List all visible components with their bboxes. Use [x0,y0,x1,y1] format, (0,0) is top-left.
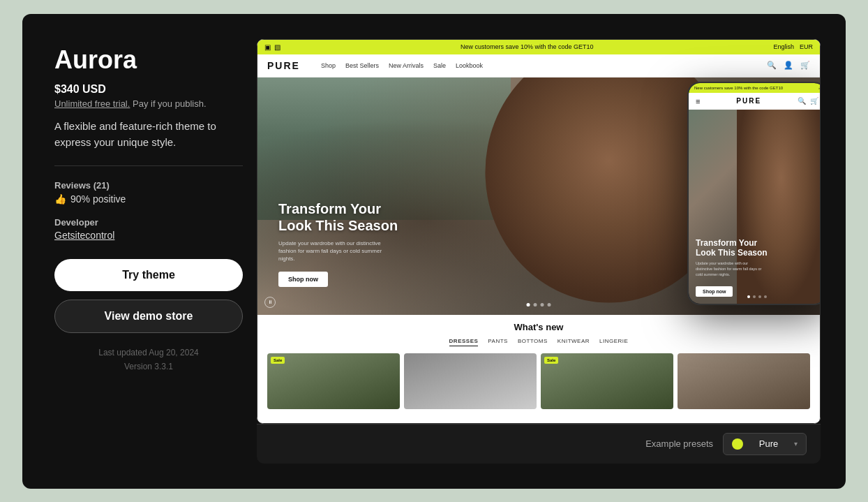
account-icon[interactable]: 👤 [784,61,793,70]
cat-knitwear[interactable]: KNITWEAR [558,338,590,346]
mobile-search-icon[interactable]: 🔍 [798,97,806,105]
hero-heading: Transform Your Look This Season [278,200,398,234]
view-demo-button[interactable]: View demo store [54,300,243,333]
theme-title: Aurora [54,46,243,74]
mobile-preview-overlay: New customers save 10% with the code GET… [687,82,821,305]
whats-new-title: What's new [267,322,810,332]
cat-bottoms[interactable]: BOTTOMS [518,338,548,346]
store-logo: PURE [267,60,300,71]
announcement-bar: ▣ ▧ New customers save 10% with the code… [257,40,820,54]
hamburger-icon[interactable]: ≡ [696,97,700,105]
nav-bar: PURE Shop Best Sellers New Arrivals Sale… [257,54,820,77]
sale-badge-3: Sale [544,357,558,364]
mobile-nav-icons: 🔍 🛒 [798,97,818,105]
cat-pants[interactable]: PANTS [488,338,508,346]
search-icon[interactable]: 🔍 [767,61,777,70]
try-theme-button[interactable]: Try theme [54,259,243,291]
free-trial-line: Unlimited free trial. Pay if you publish… [54,98,243,109]
product-card-1[interactable]: Sale [267,353,400,409]
currency-selector[interactable]: EUR [800,43,813,50]
free-trial-text: Unlimited free trial. [54,98,130,109]
main-window: Aurora $340 USD Unlimited free trial. Pa… [22,14,846,489]
lang-selector[interactable]: English [773,43,794,50]
dot-3 [541,303,544,307]
product-grid: Sale Sale [267,353,810,409]
theme-price: $340 USD [54,83,243,96]
mobile-announcement: New customers save 10% with the code GET… [689,83,821,93]
dot-4 [548,303,551,307]
right-panel: ▣ ▧ New customers save 10% with the code… [257,39,821,464]
nav-shop[interactable]: Shop [321,62,336,69]
developer-label: Developer [54,217,243,228]
nav-icons: 🔍 👤 🛒 [767,61,810,70]
nav-best-sellers[interactable]: Best Sellers [345,62,379,69]
dot-1 [527,303,530,307]
reviews-section: Reviews (21) 👍 90% positive [54,180,243,205]
version: Version 3.3.1 [54,360,243,374]
mobile-shop-btn[interactable]: Shop now [696,286,733,297]
reviews-label: Reviews (21) [54,180,243,191]
developer-name[interactable]: Getsitecontrol [54,230,243,241]
thumb-icon: 👍 [54,193,66,205]
mobile-arrow: › [818,86,820,90]
chevron-down-icon: ▾ [794,440,798,448]
whats-new-section: What's new DRESSES PANTS BOTTOMS KNITWEA… [257,315,820,415]
cat-lingerie[interactable]: LINGERIE [599,338,628,346]
mobile-logo: PURE [736,97,761,105]
pay-note: Pay if you publish. [133,98,207,109]
hero-dots [527,303,551,307]
presets-label: Example presets [645,438,713,449]
mobile-cart-icon[interactable]: 🛒 [810,97,818,105]
theme-description: A flexible and feature-rich theme to exp… [54,119,243,150]
social-icons: ▣ ▧ [264,43,280,51]
product-card-4[interactable] [678,353,810,409]
sale-badge-1: Sale [271,357,285,364]
reviews-positive: 👍 90% positive [54,193,243,205]
mobile-hero-content: Transform Your Look This Season Update y… [696,238,768,297]
mobile-inner: New customers save 10% with the code GET… [689,83,821,304]
instagram-icon: ▣ [264,43,271,51]
nav-lookbook[interactable]: Lookbook [456,62,483,69]
developer-section: Developer Getsitecontrol [54,217,243,241]
category-tabs: DRESSES PANTS BOTTOMS KNITWEAR LINGERIE [267,338,810,346]
hero-subtext: Update your wardrobe with our distinctiv… [278,239,390,263]
mobile-hero-sub: Update your wardrobe with our distinctiv… [696,261,765,277]
preset-color-dot [732,438,743,450]
mobile-nav: ≡ PURE 🔍 🛒 [689,93,821,110]
divider [54,165,243,166]
hero-content: Transform Your Look This Season Update y… [278,200,398,287]
product-card-2[interactable] [404,353,537,409]
mock-browser: ▣ ▧ New customers save 10% with the code… [257,39,821,424]
last-updated: Last updated Aug 20, 2024 [54,346,243,360]
product-card-3[interactable]: Sale [541,353,673,409]
mobile-hero: Transform Your Look This Season Update y… [689,110,821,304]
left-panel: Aurora $340 USD Unlimited free trial. Pa… [47,39,257,464]
nav-links: Shop Best Sellers New Arrivals Sale Look… [321,62,753,69]
preview-container: ▣ ▧ New customers save 10% with the code… [257,39,821,424]
preset-selector[interactable]: Pure ▾ [723,433,807,455]
mobile-hero-title: Transform Your Look This Season [696,238,768,258]
announcement-text: New customers save 10% with the code GET… [280,43,773,50]
pause-button[interactable]: ⏸ [264,297,276,308]
cat-dresses[interactable]: DRESSES [449,338,479,346]
preset-name: Pure [759,438,778,449]
hero-shop-btn[interactable]: Shop now [278,272,328,287]
update-info: Last updated Aug 20, 2024 Version 3.3.1 [54,346,243,374]
mobile-announcement-text: New customers save 10% with the code GET… [694,86,783,90]
lang-currency: English EUR [773,43,813,50]
nav-sale[interactable]: Sale [433,62,446,69]
bottom-bar: Example presets Pure ▾ [257,424,821,464]
cart-icon[interactable]: 🛒 [800,61,810,70]
facebook-icon: ▧ [274,43,280,51]
dot-2 [534,303,537,307]
nav-new-arrivals[interactable]: New Arrivals [389,62,424,69]
